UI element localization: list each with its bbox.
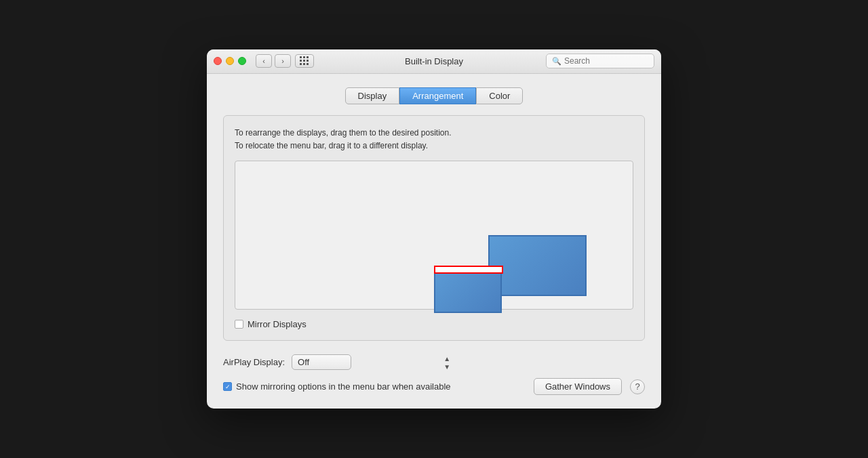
tab-arrangement[interactable]: Arrangement [399, 87, 476, 104]
minimize-button[interactable] [226, 57, 234, 65]
nav-buttons: ‹ › [256, 54, 291, 68]
primary-display[interactable] [434, 266, 502, 313]
show-mirror-label: Show mirroring options in the menu bar w… [236, 381, 451, 392]
airplay-dropdown-container: Off Apple TV ▲ ▼ [292, 354, 454, 370]
search-icon: 🔍 [552, 57, 561, 66]
mirror-displays-checkbox[interactable] [235, 320, 243, 329]
grid-view-button[interactable] [295, 54, 314, 68]
menubar-red-border [434, 266, 503, 274]
titlebar: ‹ › Built-in Display 🔍 [207, 49, 661, 74]
forward-button[interactable]: › [275, 54, 291, 68]
display-arrangement-area[interactable] [235, 161, 633, 310]
show-mirror-checkbox[interactable]: ✓ [223, 382, 232, 391]
instruction-text: To rearrange the displays, drag them to … [235, 127, 633, 152]
gather-windows-button[interactable]: Gather Windows [534, 378, 622, 395]
search-box[interactable]: 🔍 [546, 54, 654, 68]
arrangement-panel: To rearrange the displays, drag them to … [223, 115, 645, 341]
tab-display[interactable]: Display [345, 87, 400, 104]
dropdown-arrow-icon: ▲ ▼ [443, 354, 450, 370]
help-button[interactable]: ? [630, 379, 645, 394]
maximize-button[interactable] [238, 57, 246, 65]
airplay-row: AirPlay Display: Off Apple TV ▲ ▼ [207, 354, 661, 378]
traffic-lights [214, 57, 246, 65]
instruction-line2: To relocate the menu bar, drag it to a d… [235, 140, 633, 152]
show-mirror-row: ✓ Show mirroring options in the menu bar… [223, 381, 526, 392]
mirror-displays-label: Mirror Displays [248, 319, 307, 329]
instruction-line1: To rearrange the displays, drag them to … [235, 127, 633, 140]
search-input[interactable] [564, 56, 648, 66]
grid-icon [300, 56, 309, 66]
tab-color[interactable]: Color [476, 87, 523, 104]
tab-bar: Display Arrangement Color [223, 87, 645, 104]
window-title: Built-in Display [405, 56, 463, 66]
content-area: Display Arrangement Color To rearrange t… [207, 74, 661, 354]
airplay-dropdown[interactable]: Off Apple TV [292, 354, 351, 370]
settings-window: ‹ › Built-in Display 🔍 Display Arrangeme… [207, 49, 661, 409]
back-button[interactable]: ‹ [256, 54, 272, 68]
mirror-displays-row: Mirror Displays [235, 319, 633, 329]
airplay-label: AirPlay Display: [223, 357, 285, 367]
close-button[interactable] [214, 57, 222, 65]
bottom-row: ✓ Show mirroring options in the menu bar… [207, 378, 661, 409]
